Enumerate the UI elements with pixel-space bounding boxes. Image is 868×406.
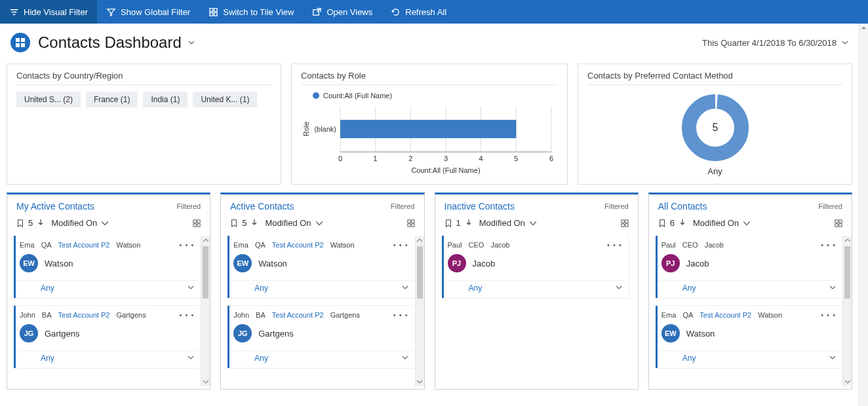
svg-rect-38: [625, 219, 628, 222]
chip[interactable]: France (1): [86, 92, 138, 107]
stream-icon[interactable]: [16, 219, 24, 227]
sort-dir-icon[interactable]: [679, 218, 686, 228]
view-switch-icon[interactable]: [407, 219, 415, 227]
view-switch-icon[interactable]: [621, 219, 629, 227]
contact-card[interactable]: EmaQATest Account P2Watson • • • EW Wats…: [227, 236, 414, 298]
card-more-icon[interactable]: • • •: [392, 311, 410, 319]
svg-rect-1: [214, 8, 218, 11]
svg-rect-42: [839, 219, 842, 222]
list-title[interactable]: Active Contacts: [230, 201, 294, 212]
cmd-open-views[interactable]: Open Views: [303, 0, 382, 24]
contact-card[interactable]: JohnBATest Account P2Gartgens • • • JG G…: [227, 306, 414, 368]
card-expand-icon[interactable]: [829, 284, 836, 293]
scroll-thumb[interactable]: [203, 246, 208, 299]
scroll-up-icon[interactable]: [201, 236, 210, 245]
donut-chart[interactable]: 5: [679, 92, 751, 164]
card-expand-icon[interactable]: [187, 284, 194, 293]
card-expand-icon[interactable]: [829, 354, 836, 363]
card-meta: Watson: [758, 311, 782, 319]
view-switch-icon[interactable]: [193, 219, 201, 227]
list-scrollbar[interactable]: [415, 236, 424, 386]
cmd-hide-visual-filter[interactable]: Hide Visual Filter: [0, 0, 97, 24]
sort-field[interactable]: Modified On: [479, 218, 537, 228]
card-expand-icon[interactable]: [187, 354, 194, 363]
card-meta: Watson: [330, 241, 355, 249]
title-dropdown[interactable]: [188, 39, 195, 46]
chip[interactable]: United S... (2): [16, 92, 81, 107]
donut-center-value: 5: [712, 122, 718, 133]
scroll-up-icon[interactable]: [416, 236, 424, 245]
sort-field[interactable]: Modified On: [693, 218, 751, 228]
card-more-icon[interactable]: • • •: [606, 241, 623, 249]
cmd-refresh-all[interactable]: Refresh All: [382, 0, 456, 24]
cmd-show-global-filter[interactable]: Show Global Filter: [97, 0, 199, 24]
sort-dir-icon[interactable]: [465, 218, 473, 228]
card-expand-icon[interactable]: [402, 354, 408, 363]
card-meta[interactable]: Test Account P2: [58, 241, 110, 249]
card-meta[interactable]: Test Account P2: [272, 241, 324, 249]
date-range-selector[interactable]: This Quarter 4/1/2018 To 6/30/2018: [702, 38, 848, 48]
card-more-icon[interactable]: • • •: [819, 241, 837, 249]
scroll-down-icon[interactable]: [201, 377, 210, 386]
stream-icon[interactable]: [230, 219, 238, 227]
legend-swatch: [313, 92, 319, 99]
list-title[interactable]: Inactive Contacts: [444, 201, 515, 212]
scroll-thumb[interactable]: [417, 246, 423, 299]
stream-icon[interactable]: [444, 219, 452, 227]
contact-card[interactable]: EmaQATest Account P2Watson • • • EW Wats…: [14, 236, 201, 298]
contact-card[interactable]: PaulCEOJacob • • • PJ Jacob Any: [656, 236, 842, 298]
svg-rect-37: [621, 219, 624, 222]
svg-rect-7: [16, 43, 20, 47]
card-more-icon[interactable]: • • •: [178, 311, 196, 319]
card-name: Watson: [45, 259, 73, 268]
list-title[interactable]: My Active Contacts: [16, 201, 94, 212]
card-meta: Paul: [448, 241, 462, 249]
contact-card[interactable]: JohnBATest Account P2Gartgens • • • JG G…: [14, 306, 201, 368]
scroll-down-icon[interactable]: [416, 377, 424, 386]
list-scrollbar[interactable]: [201, 236, 210, 386]
card-meta: QA: [41, 241, 52, 249]
card-meta: John: [233, 311, 249, 319]
card-meta[interactable]: Test Account P2: [272, 311, 324, 319]
stream-icon[interactable]: [658, 219, 666, 227]
cmd-label: Refresh All: [405, 7, 446, 17]
svg-rect-6: [21, 38, 25, 42]
page-scrollbar[interactable]: [859, 24, 868, 406]
card-expand-icon[interactable]: [616, 284, 622, 293]
card-meta: BA: [42, 311, 52, 319]
view-switch-icon[interactable]: [835, 219, 842, 227]
list-scrollbar[interactable]: [842, 236, 852, 386]
sort-field[interactable]: Modified On: [265, 218, 323, 228]
svg-text:3: 3: [444, 155, 448, 162]
card-meta[interactable]: Test Account P2: [700, 311, 751, 319]
card-more-icon[interactable]: • • •: [819, 311, 837, 319]
scroll-up-icon[interactable]: [843, 236, 852, 245]
card-name: Jacob: [686, 259, 709, 268]
scroll-thumb[interactable]: [844, 246, 850, 299]
svg-text:Role: Role: [302, 122, 310, 137]
contact-card[interactable]: EmaQATest Account P2Watson • • • EW Wats…: [656, 306, 842, 368]
card-more-icon[interactable]: • • •: [392, 241, 410, 249]
card-more-icon[interactable]: • • •: [178, 241, 196, 249]
sort-dir-icon[interactable]: [37, 218, 45, 228]
card-meta: Watson: [116, 241, 140, 249]
chip[interactable]: United K... (1): [193, 92, 257, 107]
list-title[interactable]: All Contacts: [658, 201, 707, 212]
panel-title: Contacts by Role: [301, 71, 558, 85]
visual-filters-row: Contacts by Country/Region United S... (…: [0, 60, 859, 189]
list-count: 5: [242, 218, 247, 228]
svg-rect-8: [21, 43, 25, 47]
scroll-up-icon[interactable]: [861, 25, 867, 31]
contact-card[interactable]: PaulCEOJacob • • • PJ Jacob Any: [442, 236, 629, 298]
chip[interactable]: India (1): [143, 92, 187, 107]
sort-dir-icon[interactable]: [250, 218, 258, 228]
card-meta: John: [20, 311, 35, 319]
card-meta: BA: [256, 311, 266, 319]
sort-field[interactable]: Modified On: [51, 218, 109, 228]
card-expand-icon[interactable]: [402, 284, 408, 293]
bar-chart[interactable]: 0123456(blank)RoleCount:All (Full Name): [301, 102, 558, 174]
cmd-switch-to-tile-view[interactable]: Switch to Tile View: [199, 0, 303, 24]
card-meta[interactable]: Test Account P2: [58, 311, 110, 319]
card-name: Gartgens: [258, 329, 293, 339]
scroll-down-icon[interactable]: [843, 377, 852, 386]
